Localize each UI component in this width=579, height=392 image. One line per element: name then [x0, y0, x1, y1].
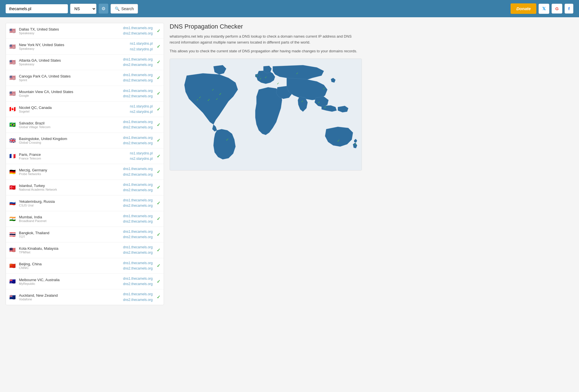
dns1-link[interactable]: dns1.thecamels.org — [123, 72, 153, 78]
status-check: ✓ — [157, 154, 160, 159]
country-flag: 🇳🇿 — [9, 294, 16, 300]
isp-name: TOT — [19, 235, 120, 238]
dns1-link[interactable]: ns1.starydns.pl — [130, 151, 153, 156]
dns2-link[interactable]: ns2.starydns.pl — [130, 109, 153, 115]
location-name: Auckland, New Zealand — [19, 293, 120, 298]
dns1-link[interactable]: ns1.starydns.pl — [130, 104, 153, 109]
dns2-link[interactable]: dns2.thecamels.org — [123, 219, 153, 224]
google-icon: G — [555, 6, 559, 11]
isp-name: Speakeasy — [19, 31, 120, 35]
dns2-link[interactable]: dns2.thecamels.org — [123, 281, 153, 287]
dns-results: dns1.thecamels.org dns2.thecamels.org — [123, 72, 153, 83]
country-flag: 🇫🇷 — [9, 153, 16, 159]
facebook-button[interactable]: f — [565, 4, 573, 14]
table-row: 🇺🇸 Canoga Park CA, United States Sprint … — [6, 70, 164, 86]
status-check: ✓ — [157, 28, 160, 34]
check-uk: ✓ — [256, 74, 258, 77]
dns2-link[interactable]: dns2.thecamels.org — [123, 31, 153, 36]
dns2-link[interactable]: dns2.thecamels.org — [123, 125, 153, 130]
dns1-link[interactable]: dns1.thecamels.org — [123, 57, 153, 62]
location-name: Canoga Park CA, United States — [19, 74, 120, 78]
dns1-link[interactable]: dns1.thecamels.org — [123, 276, 153, 281]
isp-name: Global Crossing — [19, 141, 120, 144]
search-input[interactable] — [6, 4, 68, 13]
search-icon: 🔍 — [115, 7, 120, 11]
dns1-link[interactable]: dns1.thecamels.org — [123, 214, 153, 219]
country-flag: 🇨🇦 — [9, 106, 16, 112]
world-map: ✓ ✓ ✓ ✓ ✓ ✓ ✓ ✓ ✓ ✓ ✓ — [173, 62, 359, 166]
table-row: 🇳🇿 Auckland, New Zealand Vodafone dns1.t… — [6, 289, 164, 305]
location-info: Istanbul, Turkey National Academic Netwo… — [19, 184, 120, 191]
google-button[interactable]: G — [552, 4, 562, 14]
check-auckland: ✓ — [354, 143, 357, 146]
location-name: Mountain View CA, United States — [19, 90, 120, 94]
check-germany: ✓ — [265, 76, 267, 79]
dns2-link[interactable]: dns2.thecamels.org — [123, 266, 153, 271]
dns1-link[interactable]: dns1.thecamels.org — [123, 198, 153, 203]
dns1-link[interactable]: ns1.starydns.pl — [130, 41, 153, 46]
location-name: Basingstoke, United Kingdom — [19, 137, 120, 141]
page-title: DNS Propagation Checker — [170, 23, 362, 30]
dns2-link[interactable]: dns2.thecamels.org — [123, 78, 153, 83]
dns-results: dns1.thecamels.org dns2.thecamels.org — [123, 260, 153, 271]
dns-results: dns1.thecamels.org dns2.thecamels.org — [123, 88, 153, 99]
dns1-link[interactable]: dns1.thecamels.org — [123, 135, 153, 141]
location-name: New York NY, United States — [19, 43, 127, 47]
isp-name: CNNIC — [19, 266, 120, 270]
dns1-link[interactable]: dns1.thecamels.org — [123, 182, 153, 188]
table-row: 🇧🇷 Salvador, Brazil Global Village Telec… — [6, 117, 164, 133]
status-check: ✓ — [157, 279, 160, 284]
dns-results: ns1.starydns.pl ns2.starydns.pl — [130, 104, 153, 115]
country-flag: 🇷🇺 — [9, 200, 16, 206]
location-info: Paris, France France Telecom — [19, 152, 127, 160]
dns1-link[interactable]: dns1.thecamels.org — [123, 166, 153, 172]
isp-name: Broadband Pacenet — [19, 219, 120, 223]
dns2-link[interactable]: dns2.thecamels.org — [123, 188, 153, 193]
main-content: 🇺🇸 Dallas TX, United States Speakeasy dn… — [0, 17, 368, 311]
isp-name: Vodafone — [19, 298, 120, 301]
dns-results: dns1.thecamels.org dns2.thecamels.org — [123, 119, 153, 130]
dns1-link[interactable]: dns1.thecamels.org — [123, 25, 153, 31]
settings-button[interactable]: ⚙ — [99, 4, 108, 14]
search-button[interactable]: 🔍 Search — [111, 4, 138, 14]
dns1-link[interactable]: dns1.thecamels.org — [123, 245, 153, 250]
check-canada: ✓ — [212, 88, 214, 91]
status-check: ✓ — [157, 44, 160, 49]
location-name: Paris, France — [19, 152, 127, 157]
table-row: 🇬🇧 Basingstoke, United Kingdom Global Cr… — [6, 133, 164, 148]
table-row: 🇺🇸 Dallas TX, United States Speakeasy dn… — [6, 23, 164, 39]
dns2-link[interactable]: dns2.thecamels.org — [123, 250, 153, 255]
dns1-link[interactable]: dns1.thecamels.org — [123, 260, 153, 266]
location-info: Mumbai, India Broadband Pacenet — [19, 215, 120, 223]
ns-select[interactable]: NS A AAAA CNAME MX TXT — [70, 4, 96, 14]
dns2-link[interactable]: dns2.thecamels.org — [123, 203, 153, 208]
location-info: Dallas TX, United States Speakeasy — [19, 27, 120, 35]
isp-name: Speakeasy — [19, 63, 120, 66]
status-check: ✓ — [157, 59, 160, 65]
country-flag: 🇲🇾 — [9, 247, 16, 253]
dns1-link[interactable]: dns1.thecamels.org — [123, 292, 153, 297]
twitter-button[interactable]: 𝕏 — [539, 4, 549, 14]
status-check: ✓ — [157, 138, 160, 143]
isp-name: CSJS Ural — [19, 204, 120, 207]
table-row: 🇺🇸 Atlanta GA, United States Speakeasy d… — [6, 55, 164, 70]
table-row: 🇺🇸 Mountain View CA, United States Googl… — [6, 86, 164, 102]
dns2-link[interactable]: dns2.thecamels.org — [123, 234, 153, 240]
dns2-link[interactable]: ns2.starydns.pl — [130, 47, 153, 52]
donate-button[interactable]: Donate — [511, 3, 536, 14]
isp-name: TPMNet — [19, 251, 120, 254]
info-panel: DNS Propagation Checker whatsmydns.net l… — [170, 23, 362, 305]
dns2-link[interactable]: dns2.thecamels.org — [123, 94, 153, 99]
dns2-link[interactable]: dns2.thecamels.org — [123, 62, 153, 68]
country-flag: 🇬🇧 — [9, 137, 16, 144]
dns1-link[interactable]: dns1.thecamels.org — [123, 119, 153, 125]
dns1-link[interactable]: dns1.thecamels.org — [123, 88, 153, 94]
location-name: Merzig, Germany — [19, 168, 120, 172]
dns2-link[interactable]: dns2.thecamels.org — [123, 141, 153, 146]
dns2-link[interactable]: dns2.thecamels.org — [123, 172, 153, 177]
dns1-link[interactable]: dns1.thecamels.org — [123, 229, 153, 234]
status-check: ✓ — [157, 107, 160, 112]
dns2-link[interactable]: dns2.thecamels.org — [123, 297, 153, 303]
dns2-link[interactable]: ns2.starydns.pl — [130, 156, 153, 161]
location-name: Beijing, China — [19, 262, 120, 266]
